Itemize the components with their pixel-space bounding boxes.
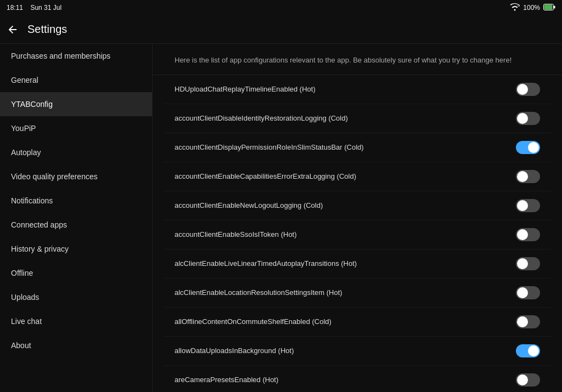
config-row: accountClientEnableNewLogoutLogging (Col…: [164, 191, 551, 220]
config-row: alcClientEnableLocationResolutionSetting…: [164, 279, 551, 308]
toggle-thumb: [517, 200, 528, 211]
toggle-track: [516, 199, 540, 212]
wifi-icon: [510, 3, 520, 13]
sidebar-item-youpip[interactable]: YouPiP: [0, 116, 152, 140]
status-right: 100%: [510, 3, 555, 13]
toggle-thumb: [517, 229, 528, 240]
toggle-thumb: [528, 142, 539, 153]
config-row: accountClientEnableSsoIsIToken (Hot): [164, 220, 551, 249]
toggle-switch[interactable]: [516, 344, 540, 357]
config-row: allOfflineContentOnCommuteShelfEnabled (…: [164, 308, 551, 337]
sidebar-item-live-chat[interactable]: Live chat: [0, 309, 152, 333]
toggle-thumb: [517, 84, 528, 95]
svg-rect-2: [554, 5, 555, 8]
config-list: HDUploadChatReplayTimelineEnabled (Hot)a…: [153, 75, 562, 393]
toggle-switch[interactable]: [516, 170, 540, 183]
toggle-track: [516, 83, 540, 96]
config-label: allOfflineContentOnCommuteShelfEnabled (…: [175, 317, 516, 326]
config-row: accountClientDisplayPermissionRoleInSlim…: [164, 133, 551, 162]
config-label: alcClientEnableLocationResolutionSetting…: [175, 288, 516, 297]
header: Settings: [0, 15, 562, 44]
toggle-thumb: [528, 345, 539, 356]
toggle-switch[interactable]: [516, 228, 540, 241]
battery-icon: [543, 4, 555, 12]
battery-percentage: 100%: [523, 4, 540, 12]
toggle-switch[interactable]: [516, 83, 540, 96]
toggle-track: [516, 228, 540, 241]
toggle-thumb: [517, 287, 528, 298]
toggle-track: [516, 170, 540, 183]
back-button[interactable]: [7, 24, 19, 36]
config-row: HDUploadChatReplayTimelineEnabled (Hot): [164, 75, 551, 104]
config-label: areCameraPresetsEnabled (Hot): [175, 376, 516, 384]
config-label: accountClientDisplayPermissionRoleInSlim…: [175, 143, 516, 151]
toggle-track: [516, 141, 540, 154]
config-row: accountClientEnableCapabilitiesErrorExtr…: [164, 162, 551, 191]
toggle-switch[interactable]: [516, 257, 540, 270]
toggle-track: [516, 286, 540, 299]
status-time: 18:11: [7, 4, 23, 12]
sidebar-item-history-privacy[interactable]: History & privacy: [0, 237, 152, 261]
toggle-switch[interactable]: [516, 315, 540, 328]
config-label: accountClientEnableSsoIsIToken (Hot): [175, 230, 516, 238]
sidebar-item-connected-apps[interactable]: Connected apps: [0, 213, 152, 237]
config-row: alcClientEnableLiveLinearTimedAutoplayTr…: [164, 249, 551, 279]
toggle-switch[interactable]: [516, 373, 540, 387]
sidebar-item-about[interactable]: About: [0, 333, 152, 357]
toggle-thumb: [517, 113, 528, 124]
config-row: allowDataUploadsInBackground (Hot): [164, 337, 551, 366]
config-label: accountClientEnableCapabilitiesErrorExtr…: [175, 172, 516, 180]
status-date: Sun 31 Jul: [30, 4, 61, 12]
sidebar: Purchases and membershipsGeneralYTABConf…: [0, 44, 153, 392]
config-label: accountClientEnableNewLogoutLogging (Col…: [175, 201, 516, 209]
config-label: HDUploadChatReplayTimelineEnabled (Hot): [175, 85, 516, 93]
toggle-switch[interactable]: [516, 199, 540, 212]
sidebar-item-notifications[interactable]: Notifications: [0, 189, 152, 213]
status-time-date: 18:11 Sun 31 Jul: [7, 4, 61, 12]
config-row: accountClientDisableIdentityRestorationL…: [164, 104, 551, 133]
toggle-thumb: [517, 374, 528, 385]
content-description: Here is the list of app configurations r…: [153, 44, 562, 75]
header-title: Settings: [27, 23, 67, 36]
toggle-thumb: [517, 258, 528, 269]
status-bar: 18:11 Sun 31 Jul 100%: [0, 0, 562, 15]
toggle-track: [516, 373, 540, 387]
config-label: alcClientEnableLiveLinearTimedAutoplayTr…: [175, 259, 516, 268]
sidebar-item-offline[interactable]: Offline: [0, 261, 152, 285]
toggle-track: [516, 315, 540, 328]
sidebar-item-ytabconfig[interactable]: YTABConfig: [0, 92, 152, 116]
sidebar-item-general[interactable]: General: [0, 68, 152, 92]
content-area: Here is the list of app configurations r…: [153, 44, 562, 392]
config-row: areCameraPresetsEnabled (Hot): [164, 366, 551, 393]
toggle-switch[interactable]: [516, 112, 540, 125]
config-label: allowDataUploadsInBackground (Hot): [175, 346, 516, 355]
toggle-track: [516, 112, 540, 125]
sidebar-item-autoplay[interactable]: Autoplay: [0, 140, 152, 164]
sidebar-item-purchases[interactable]: Purchases and memberships: [0, 44, 152, 68]
main-layout: Purchases and membershipsGeneralYTABConf…: [0, 44, 562, 392]
toggle-switch[interactable]: [516, 286, 540, 299]
toggle-track: [516, 344, 540, 357]
toggle-thumb: [517, 171, 528, 182]
toggle-switch[interactable]: [516, 141, 540, 154]
toggle-track: [516, 257, 540, 270]
svg-rect-1: [544, 4, 553, 9]
config-label: accountClientDisableIdentityRestorationL…: [175, 114, 516, 122]
sidebar-item-uploads[interactable]: Uploads: [0, 285, 152, 309]
toggle-thumb: [517, 316, 528, 327]
sidebar-item-video-quality[interactable]: Video quality preferences: [0, 164, 152, 189]
